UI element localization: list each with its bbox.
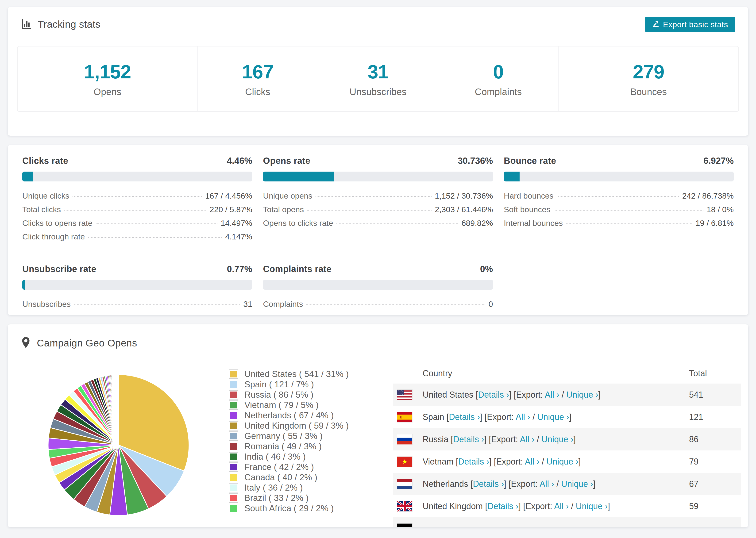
legend-label: Vietnam ( 79 / 5% ) — [244, 400, 319, 410]
summary-box: 279 Bounces — [558, 46, 738, 111]
export-all-link[interactable]: All › — [525, 457, 540, 466]
export-all-link[interactable]: All › — [515, 412, 530, 422]
legend-color-chip — [229, 473, 238, 482]
legend-item: Brazil ( 33 / 2% ) — [229, 493, 393, 503]
total-column-header: Total — [689, 368, 741, 378]
export-unique-link[interactable]: Unique › — [566, 390, 598, 400]
legend-item: United States ( 541 / 31% ) — [229, 369, 393, 379]
summary-value: 1,152 — [84, 61, 131, 83]
legend-color-chip — [229, 401, 238, 410]
country-total: 79 — [689, 457, 741, 467]
export-basic-stats-button[interactable]: Export basic stats — [645, 17, 735, 32]
summary-value: 167 — [242, 61, 274, 83]
geo-table-row — [393, 517, 741, 527]
dotted-leader — [554, 210, 703, 211]
summary-stats-row: 1,152 Opens 167 Clicks 31 Unsubscribes 0… — [17, 46, 739, 112]
rate-stat-row: Opens to clicks rate 689.82% — [263, 219, 493, 232]
export-unique-link[interactable]: Unique › — [561, 479, 593, 489]
legend-item: India ( 46 / 3% ) — [229, 452, 393, 462]
rate-title: Bounce rate — [504, 156, 556, 166]
rate-stat-label: Opens to clicks rate — [263, 219, 333, 228]
legend-item: South Africa ( 29 / 2% ) — [229, 503, 393, 513]
legend-label: Russia ( 86 / 5% ) — [244, 390, 313, 400]
details-link[interactable]: Details › — [458, 457, 489, 466]
export-unique-link[interactable]: Unique › — [547, 457, 578, 466]
rate-progress-bar — [263, 280, 493, 290]
export-all-link[interactable]: All › — [545, 390, 559, 400]
rate-panel: Bounce rate 6.927% Hard bounces 242 / 86… — [504, 156, 734, 246]
geo-table-row: United States [Details ›] [Export: All ›… — [393, 384, 741, 406]
rate-stat-label: Complaints — [263, 299, 303, 309]
rates-card: Clicks rate 4.46% Unique clicks 167 / 4.… — [8, 145, 748, 315]
rate-progress-fill — [22, 280, 25, 290]
export-unique-link[interactable]: Unique › — [537, 412, 569, 422]
rate-title: Clicks rate — [22, 156, 68, 166]
rate-stat-row: Unique clicks 167 / 4.456% — [22, 191, 252, 205]
country-line: United States [Details ›] [Export: All ›… — [423, 390, 601, 400]
rates-row-bottom: Unsubscribe rate 0.77% Unsubscribes 31 C… — [22, 264, 734, 313]
legend-color-chip — [229, 504, 238, 513]
country-flag-icon — [397, 523, 412, 527]
export-all-link[interactable]: All › — [540, 479, 554, 489]
summary-box: 0 Complaints — [438, 46, 558, 111]
rate-value: 6.927% — [703, 156, 734, 166]
rate-stat-value: 0 — [489, 299, 493, 309]
rate-panel: Opens rate 30.736% Unique opens 1,152 / … — [263, 156, 493, 246]
rate-stat-value: 31 — [243, 299, 252, 309]
rate-progress-bar — [504, 172, 734, 182]
details-link[interactable]: Details › — [478, 390, 509, 400]
country-flag-icon — [397, 390, 412, 400]
rate-value: 0% — [480, 264, 493, 274]
details-link[interactable]: Details › — [453, 435, 484, 444]
rate-progress-bar — [263, 172, 493, 182]
export-unique-link[interactable]: Unique › — [576, 501, 608, 511]
geo-header: Campaign Geo Opens — [21, 331, 735, 355]
legend-label: South Africa ( 29 / 2% ) — [244, 504, 334, 513]
rate-progress-fill — [263, 172, 334, 182]
summary-value: 0 — [493, 61, 504, 83]
export-unique-link[interactable]: Unique › — [541, 435, 573, 444]
rate-progress-bar — [22, 280, 252, 290]
legend-label: United Kingdom ( 59 / 3% ) — [244, 421, 349, 431]
tracking-stats-header: Tracking stats Export basic stats — [21, 7, 735, 42]
legend-label: Netherlands ( 67 / 4% ) — [244, 410, 334, 420]
rate-stat-label: Clicks to opens rate — [22, 219, 92, 228]
legend-item: Italy ( 36 / 2% ) — [229, 483, 393, 493]
country-line: Vietnam [Details ›] [Export: All › / Uni… — [423, 457, 581, 467]
details-link[interactable]: Details › — [449, 412, 480, 422]
dotted-leader — [73, 196, 202, 197]
export-all-link[interactable]: All › — [520, 435, 534, 444]
geo-table-row: Vietnam [Details ›] [Export: All › / Uni… — [393, 451, 741, 473]
details-link[interactable]: Details › — [487, 501, 518, 511]
geo-table-row: Spain [Details ›] [Export: All › / Uniqu… — [393, 406, 741, 428]
rate-value: 0.77% — [227, 264, 252, 274]
legend-item: Germany ( 55 / 3% ) — [229, 431, 393, 441]
summary-box: 167 Clicks — [197, 46, 318, 111]
rate-stat-label: Unique opens — [263, 191, 312, 200]
dotted-leader — [315, 196, 432, 197]
country-flag-icon — [397, 501, 412, 511]
legend-label: Brazil ( 33 / 2% ) — [244, 493, 308, 503]
summary-box: 1,152 Opens — [18, 46, 197, 111]
details-link[interactable]: Details › — [473, 479, 504, 489]
dotted-leader — [64, 210, 206, 211]
dotted-leader — [307, 210, 432, 211]
rate-stat-value: 19 / 6.81% — [695, 219, 734, 228]
legend-color-chip — [229, 431, 238, 441]
legend-item: Vietnam ( 79 / 5% ) — [229, 400, 393, 410]
country-total: 59 — [689, 501, 741, 511]
dotted-leader — [74, 304, 240, 305]
rate-stat-label: Click through rate — [22, 232, 85, 241]
legend-color-chip — [229, 442, 238, 451]
export-all-link[interactable]: All › — [554, 501, 568, 511]
rate-stat-label: Unique clicks — [22, 191, 69, 200]
rate-stat-value: 689.82% — [461, 219, 493, 228]
country-total: 67 — [689, 479, 741, 489]
rate-progress-bar — [22, 172, 252, 182]
rate-stat-label: Total clicks — [22, 205, 61, 214]
country-flag-icon — [397, 434, 412, 445]
rate-stat-value: 220 / 5.87% — [210, 205, 252, 214]
legend-color-chip — [229, 483, 238, 493]
legend-label: India ( 46 / 3% ) — [244, 452, 306, 462]
rate-stat-row: Unsubscribes 31 — [22, 299, 252, 313]
